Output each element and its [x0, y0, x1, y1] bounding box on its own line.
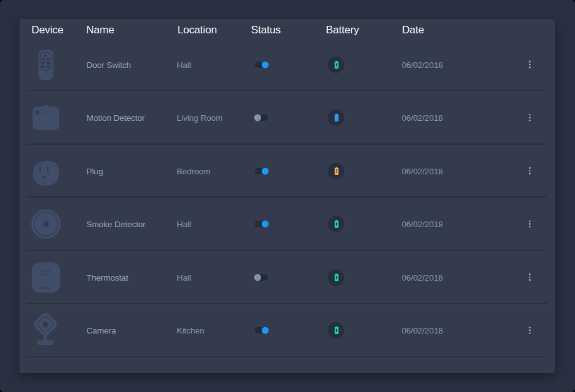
svg-text:32: 32	[41, 268, 50, 277]
